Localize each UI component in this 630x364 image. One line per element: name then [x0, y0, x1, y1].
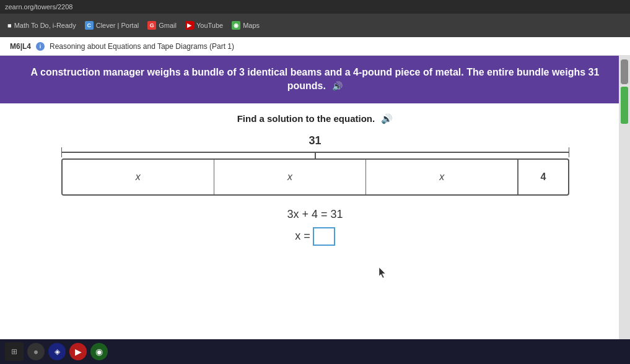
- taskbar-icon-2[interactable]: ●: [27, 343, 45, 360]
- taskbar-icon-2-symbol: ●: [33, 347, 38, 357]
- lesson-info-icon[interactable]: i: [36, 42, 45, 51]
- scroll-thumb[interactable]: [621, 59, 628, 84]
- browser-chrome: zearn.org/towers/2208 ■ Math To Do, i-Re…: [0, 0, 630, 37]
- banner-speaker-icon[interactable]: 🔊: [332, 80, 343, 93]
- tape-cell-x1-label: x: [136, 171, 141, 183]
- tape-cell-x3-label: x: [439, 171, 444, 183]
- total-value-label: 31: [61, 134, 569, 147]
- tab-math-label: Math To Do, i-Ready: [14, 22, 76, 29]
- taskbar-icon-4-symbol: ▶: [75, 347, 82, 357]
- tape-cell-x2-label: x: [287, 171, 292, 183]
- equation-display: 3x + 4 = 31: [25, 208, 605, 221]
- tape-diagram-container: 31 x: [61, 134, 569, 196]
- tab-clever-icon: C: [85, 21, 94, 30]
- taskbar-icon-1[interactable]: ⊞: [5, 342, 24, 361]
- tab-gmail-label: Gmail: [159, 22, 177, 29]
- tab-youtube-icon: ▶: [185, 21, 194, 30]
- tab-youtube-label: YouTube: [196, 22, 223, 29]
- find-solution-text: Find a solution to the equation. 🔊: [25, 113, 605, 124]
- tape-cell-4: 4: [518, 160, 567, 194]
- scrollbar[interactable]: [619, 56, 630, 339]
- taskbar: ⊞ ● ◈ ▶ ◉: [0, 339, 630, 364]
- url-text: zearn.org/towers/2208: [5, 3, 72, 11]
- tape-cell-x2: x: [214, 160, 366, 194]
- taskbar-icon-1-symbol: ⊞: [11, 347, 17, 356]
- page-content: M6|L4 i Reasoning about Equations and Ta…: [0, 37, 630, 339]
- taskbar-icon-3[interactable]: ◈: [48, 343, 66, 360]
- tape-cell-x1: x: [63, 160, 214, 194]
- tab-clever[interactable]: C Clever | Portal: [82, 20, 142, 31]
- lesson-title: Reasoning about Equations and Tape Diagr…: [50, 42, 234, 51]
- tab-youtube[interactable]: ▶ YouTube: [183, 20, 225, 31]
- x-equals-label: x =: [295, 230, 310, 243]
- main-content: Find a solution to the equation. 🔊 31: [0, 103, 630, 339]
- taskbar-icon-3-symbol: ◈: [55, 347, 60, 356]
- brace-svg: [61, 147, 569, 158]
- tab-bar: ■ Math To Do, i-Ready C Clever | Portal …: [0, 14, 630, 37]
- tab-math-icon: ■: [7, 22, 12, 29]
- tab-maps-label: Maps: [243, 22, 260, 29]
- x-equals-line: x =: [25, 227, 605, 246]
- tab-clever-label: Clever | Portal: [96, 22, 139, 29]
- taskbar-icon-5[interactable]: ◉: [90, 343, 108, 360]
- tape-cell-x3: x: [366, 160, 518, 194]
- lesson-header: M6|L4 i Reasoning about Equations and Ta…: [0, 37, 630, 56]
- instruction-speaker-icon[interactable]: 🔊: [381, 113, 393, 124]
- tab-gmail[interactable]: G Gmail: [145, 20, 179, 31]
- lesson-code: M6|L4: [10, 42, 31, 51]
- purple-banner: A construction manager weighs a bundle o…: [0, 56, 630, 103]
- tab-math-todo[interactable]: ■ Math To Do, i-Ready: [5, 20, 79, 30]
- banner-text: A construction manager weighs a bundle o…: [31, 67, 600, 91]
- equation-area: 3x + 4 = 31 x =: [25, 208, 605, 246]
- tape-cell-4-label: 4: [541, 171, 546, 183]
- tab-gmail-icon: G: [147, 21, 156, 30]
- tab-maps-icon: ◉: [232, 21, 240, 30]
- instruction-text: Find a solution to the equation.: [237, 113, 375, 124]
- taskbar-icon-5-symbol: ◉: [95, 347, 103, 357]
- scroll-green-indicator: [621, 87, 628, 124]
- cursor-pointer: [378, 266, 388, 281]
- answer-input[interactable]: [313, 227, 335, 246]
- tape-row: x x x 4: [61, 158, 569, 196]
- question-area: A construction manager weighs a bundle o…: [0, 56, 630, 339]
- url-bar: zearn.org/towers/2208: [0, 0, 630, 14]
- taskbar-icon-4[interactable]: ▶: [69, 343, 87, 360]
- tab-maps[interactable]: ◉ Maps: [229, 20, 262, 31]
